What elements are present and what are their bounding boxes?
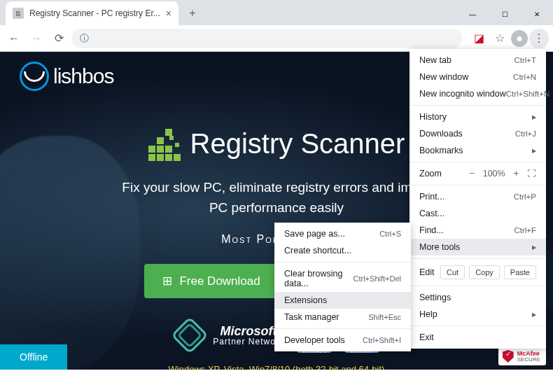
partner-line2: Partner Network [213,337,284,346]
tab-strip: 🗎 Registry Scanner - PC registry Er... ×… [0,0,553,25]
extension-icon[interactable]: ◪ [469,29,489,48]
cut-button[interactable]: Cut [440,265,465,279]
menu-more-tools[interactable]: More tools▶ [410,239,546,255]
submenu-create-shortcut[interactable]: Create shortcut... [274,242,411,259]
free-download-button[interactable]: ⊞ Free Download [144,264,278,298]
submenu-separator [274,328,411,329]
reload-button[interactable]: ⟳ [49,29,69,48]
profile-avatar-icon[interactable]: ● [511,30,528,47]
mcafee-tag: SECURE [517,357,540,363]
forward-button[interactable]: → [27,29,46,48]
partner-line1: Microsoft [213,325,284,337]
bookmark-star-icon[interactable]: ☆ [490,29,510,48]
menu-zoom: Zoom − 100% + ⛶ [410,165,546,182]
offline-badge[interactable]: Offline [0,344,67,370]
paste-button[interactable]: Paste [504,265,536,279]
chrome-main-menu: New tabCtrl+T New windowCtrl+N New incog… [410,49,546,349]
browser-toolbar: ← → ⟳ ⓘ ◪ ☆ ● ⋮ [0,25,553,52]
menu-downloads[interactable]: DownloadsCtrl+J [410,125,546,142]
maximize-button[interactable]: ☐ [489,3,521,25]
tab-title: Registry Scanner - PC registry Er... [29,8,160,18]
close-icon[interactable]: × [166,8,172,19]
ms-partner-badge: Microsoft Partner Network [174,319,284,351]
menu-history[interactable]: History▶ [410,108,546,125]
submenu-save-page[interactable]: Save page as...Ctrl+S [274,225,411,242]
menu-separator [410,286,546,286]
mcafee-secure-badge[interactable]: McAfee SECURE [498,347,546,365]
zoom-out-button[interactable]: − [469,169,474,178]
windows-icon: ⊞ [162,274,172,288]
menu-new-tab[interactable]: New tabCtrl+T [410,52,546,69]
submenu-extensions[interactable]: Extensions [274,292,411,309]
new-tab-button[interactable]: + [183,4,202,23]
menu-separator [410,326,546,326]
menu-new-window[interactable]: New windowCtrl+N [410,69,546,85]
menu-exit[interactable]: Exit [410,329,546,346]
menu-separator [410,185,546,186]
back-button[interactable]: ← [4,29,24,48]
zoom-in-button[interactable]: + [514,169,519,178]
menu-incognito[interactable]: New incognito windowCtrl+Shift+N [410,85,546,102]
zoom-value: 100% [483,169,505,178]
menu-separator [410,258,546,259]
submenu-developer-tools[interactable]: Developer toolsCtrl+Shift+I [274,332,411,349]
fullscreen-icon[interactable]: ⛶ [527,169,536,178]
menu-help[interactable]: Help▶ [410,306,546,323]
site-logo[interactable]: lishbos [20,62,113,91]
submenu-task-manager[interactable]: Task managerShift+Esc [274,309,411,326]
close-window-button[interactable]: ✕ [521,3,553,25]
browser-tab[interactable]: 🗎 Registry Scanner - PC registry Er... × [6,1,178,25]
menu-find[interactable]: Find...Ctrl+F [410,222,546,239]
hero-title: Registry Scanner [190,128,405,160]
logo-text: lishbos [53,64,113,88]
compatibility-text: Windows XP, Vista, Win7/8/10 (both 32-bi… [0,364,553,370]
zoom-label: Zoom [419,169,442,178]
site-info-icon[interactable]: ⓘ [80,32,89,45]
submenu-separator [274,262,411,262]
address-bar[interactable]: ⓘ [71,29,462,48]
registry-icon [148,126,183,161]
logo-icon [20,62,49,91]
menu-print[interactable]: Print...Ctrl+P [410,188,546,205]
menu-bookmarks[interactable]: Bookmarks▶ [410,142,546,159]
copy-button[interactable]: Copy [469,265,500,279]
minimize-button[interactable]: — [456,3,489,25]
menu-separator [410,162,546,162]
partner-swirl-icon [174,319,206,351]
tab-favicon: 🗎 [13,8,24,19]
edit-label: Edit [419,267,435,277]
free-download-label: Free Download [179,274,260,288]
submenu-clear-data[interactable]: Clear browsing data...Ctrl+Shift+Del [274,265,411,292]
menu-edit-row: Edit Cut Copy Paste [410,262,546,283]
menu-separator [410,105,546,106]
kebab-menu-button[interactable]: ⋮ [529,29,549,48]
menu-settings[interactable]: Settings [410,289,546,306]
shield-icon [503,350,514,363]
menu-cast[interactable]: Cast... [410,205,546,222]
more-tools-submenu: Save page as...Ctrl+S Create shortcut...… [274,223,411,351]
